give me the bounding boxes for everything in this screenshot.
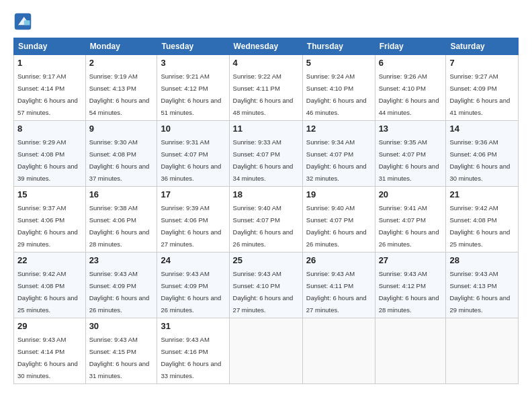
calendar-cell: 2 Sunrise: 9:19 AMSunset: 4:13 PMDayligh…: [85, 55, 157, 121]
day-info: Sunrise: 9:43 AMSunset: 4:14 PMDaylight:…: [17, 336, 78, 379]
calendar-cell: [229, 318, 302, 384]
calendar-cell: 19 Sunrise: 9:40 AMSunset: 4:07 PMDaylig…: [302, 187, 375, 253]
weekday-header-sunday: Sunday: [14, 38, 86, 55]
day-info: Sunrise: 9:43 AMSunset: 4:09 PMDaylight:…: [161, 270, 221, 314]
day-info: Sunrise: 9:22 AMSunset: 4:11 PMDaylight:…: [233, 73, 294, 116]
weekday-header-monday: Monday: [85, 38, 157, 55]
day-info: Sunrise: 9:30 AMSunset: 4:08 PMDaylight:…: [89, 138, 150, 182]
day-number: 25: [233, 255, 299, 265]
day-info: Sunrise: 9:42 AMSunset: 4:08 PMDaylight:…: [449, 204, 510, 248]
day-info: Sunrise: 9:43 AMSunset: 4:13 PMDaylight:…: [449, 270, 510, 314]
calendar-cell: [375, 318, 446, 384]
calendar-cell: 26 Sunrise: 9:43 AMSunset: 4:11 PMDaylig…: [302, 253, 375, 318]
calendar-header-row: SundayMondayTuesdayWednesdayThursdayFrid…: [14, 38, 519, 55]
day-number: 14: [449, 124, 515, 134]
calendar-cell: [302, 318, 375, 384]
calendar-cell: 8 Sunrise: 9:29 AMSunset: 4:08 PMDayligh…: [14, 121, 86, 187]
day-number: 8: [17, 124, 82, 134]
day-number: 9: [89, 124, 154, 134]
calendar-cell: 6 Sunrise: 9:26 AMSunset: 4:10 PMDayligh…: [375, 55, 446, 121]
day-number: 22: [17, 255, 82, 265]
calendar-cell: 15 Sunrise: 9:37 AMSunset: 4:06 PMDaylig…: [14, 187, 86, 253]
calendar-cell: 29 Sunrise: 9:43 AMSunset: 4:14 PMDaylig…: [14, 318, 86, 384]
calendar-cell: 9 Sunrise: 9:30 AMSunset: 4:08 PMDayligh…: [85, 121, 157, 187]
day-info: Sunrise: 9:24 AMSunset: 4:10 PMDaylight:…: [306, 73, 367, 116]
header: [13, 12, 519, 31]
day-number: 24: [161, 255, 225, 265]
calendar-cell: 14 Sunrise: 9:36 AMSunset: 4:06 PMDaylig…: [446, 121, 519, 187]
day-info: Sunrise: 9:43 AMSunset: 4:12 PMDaylight:…: [379, 270, 439, 314]
calendar-week-3: 15 Sunrise: 9:37 AMSunset: 4:06 PMDaylig…: [14, 187, 519, 253]
calendar-week-1: 1 Sunrise: 9:17 AMSunset: 4:14 PMDayligh…: [14, 55, 519, 121]
day-info: Sunrise: 9:33 AMSunset: 4:07 PMDaylight:…: [233, 138, 294, 182]
day-info: Sunrise: 9:43 AMSunset: 4:16 PMDaylight:…: [161, 336, 221, 379]
day-number: 12: [306, 124, 371, 134]
calendar-cell: 20 Sunrise: 9:41 AMSunset: 4:07 PMDaylig…: [375, 187, 446, 253]
day-info: Sunrise: 9:29 AMSunset: 4:08 PMDaylight:…: [17, 138, 78, 182]
day-info: Sunrise: 9:37 AMSunset: 4:06 PMDaylight:…: [17, 204, 78, 248]
logo: [13, 12, 35, 31]
calendar-cell: 7 Sunrise: 9:27 AMSunset: 4:09 PMDayligh…: [446, 55, 519, 121]
day-number: 29: [17, 321, 82, 331]
day-info: Sunrise: 9:17 AMSunset: 4:14 PMDaylight:…: [17, 73, 78, 116]
logo-icon: [13, 12, 32, 31]
calendar-cell: 23 Sunrise: 9:43 AMSunset: 4:09 PMDaylig…: [85, 253, 157, 318]
day-number: 20: [379, 189, 443, 199]
day-number: 6: [379, 58, 443, 68]
calendar-cell: 28 Sunrise: 9:43 AMSunset: 4:13 PMDaylig…: [446, 253, 519, 318]
day-number: 16: [89, 189, 154, 199]
day-info: Sunrise: 9:40 AMSunset: 4:07 PMDaylight:…: [306, 204, 367, 248]
day-info: Sunrise: 9:21 AMSunset: 4:12 PMDaylight:…: [161, 73, 221, 116]
calendar-cell: 1 Sunrise: 9:17 AMSunset: 4:14 PMDayligh…: [14, 55, 86, 121]
day-info: Sunrise: 9:34 AMSunset: 4:07 PMDaylight:…: [306, 138, 367, 182]
day-number: 3: [161, 58, 225, 68]
day-info: Sunrise: 9:42 AMSunset: 4:08 PMDaylight:…: [17, 270, 78, 314]
day-number: 2: [89, 58, 154, 68]
day-number: 5: [306, 58, 371, 68]
calendar-cell: 31 Sunrise: 9:43 AMSunset: 4:16 PMDaylig…: [157, 318, 229, 384]
calendar-week-2: 8 Sunrise: 9:29 AMSunset: 4:08 PMDayligh…: [14, 121, 519, 187]
day-number: 11: [233, 124, 299, 134]
day-info: Sunrise: 9:43 AMSunset: 4:11 PMDaylight:…: [306, 270, 367, 314]
svg-rect-2: [24, 20, 30, 25]
day-number: 21: [449, 189, 515, 199]
day-number: 10: [161, 124, 225, 134]
day-info: Sunrise: 9:36 AMSunset: 4:06 PMDaylight:…: [449, 138, 510, 182]
calendar-cell: 27 Sunrise: 9:43 AMSunset: 4:12 PMDaylig…: [375, 253, 446, 318]
day-info: Sunrise: 9:35 AMSunset: 4:07 PMDaylight:…: [379, 138, 439, 182]
calendar-cell: 22 Sunrise: 9:42 AMSunset: 4:08 PMDaylig…: [14, 253, 86, 318]
calendar-cell: [446, 318, 519, 384]
weekday-header-friday: Friday: [375, 38, 446, 55]
day-info: Sunrise: 9:38 AMSunset: 4:06 PMDaylight:…: [89, 204, 150, 248]
day-number: 27: [379, 255, 443, 265]
day-info: Sunrise: 9:41 AMSunset: 4:07 PMDaylight:…: [379, 204, 439, 248]
calendar-cell: 3 Sunrise: 9:21 AMSunset: 4:12 PMDayligh…: [157, 55, 229, 121]
day-info: Sunrise: 9:39 AMSunset: 4:06 PMDaylight:…: [161, 204, 221, 248]
day-number: 1: [17, 58, 82, 68]
calendar-cell: 18 Sunrise: 9:40 AMSunset: 4:07 PMDaylig…: [229, 187, 302, 253]
day-number: 28: [449, 255, 515, 265]
day-number: 31: [161, 321, 225, 331]
weekday-header-tuesday: Tuesday: [157, 38, 229, 55]
calendar-cell: 17 Sunrise: 9:39 AMSunset: 4:06 PMDaylig…: [157, 187, 229, 253]
calendar-body: 1 Sunrise: 9:17 AMSunset: 4:14 PMDayligh…: [14, 55, 519, 384]
calendar-table: SundayMondayTuesdayWednesdayThursdayFrid…: [13, 38, 519, 384]
calendar-cell: 25 Sunrise: 9:43 AMSunset: 4:10 PMDaylig…: [229, 253, 302, 318]
day-number: 15: [17, 189, 82, 199]
calendar-week-5: 29 Sunrise: 9:43 AMSunset: 4:14 PMDaylig…: [14, 318, 519, 384]
day-info: Sunrise: 9:43 AMSunset: 4:10 PMDaylight:…: [233, 270, 294, 314]
day-info: Sunrise: 9:40 AMSunset: 4:07 PMDaylight:…: [233, 204, 294, 248]
weekday-header-wednesday: Wednesday: [229, 38, 302, 55]
calendar-cell: 10 Sunrise: 9:31 AMSunset: 4:07 PMDaylig…: [157, 121, 229, 187]
calendar-cell: 5 Sunrise: 9:24 AMSunset: 4:10 PMDayligh…: [302, 55, 375, 121]
day-info: Sunrise: 9:19 AMSunset: 4:13 PMDaylight:…: [89, 73, 150, 116]
day-number: 23: [89, 255, 154, 265]
calendar-cell: 13 Sunrise: 9:35 AMSunset: 4:07 PMDaylig…: [375, 121, 446, 187]
calendar-week-4: 22 Sunrise: 9:42 AMSunset: 4:08 PMDaylig…: [14, 253, 519, 318]
weekday-header-thursday: Thursday: [302, 38, 375, 55]
day-info: Sunrise: 9:27 AMSunset: 4:09 PMDaylight:…: [449, 73, 510, 116]
day-number: 19: [306, 189, 371, 199]
day-number: 17: [161, 189, 225, 199]
day-info: Sunrise: 9:26 AMSunset: 4:10 PMDaylight:…: [379, 73, 439, 116]
day-number: 13: [379, 124, 443, 134]
